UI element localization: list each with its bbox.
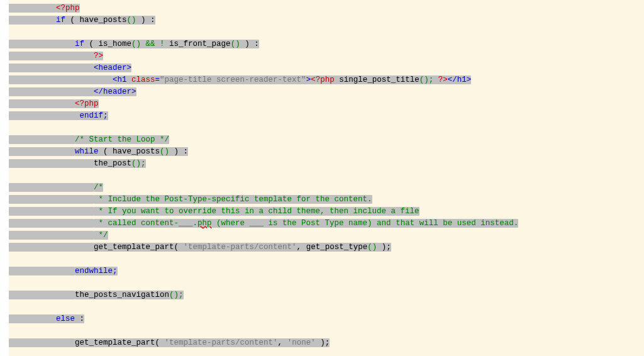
indent (9, 111, 80, 120)
indent (9, 291, 75, 299)
string: 'template-parts/content' (165, 338, 278, 347)
code-line: * If you want to override this in a chil… (9, 206, 644, 218)
spell-warning: php (197, 219, 212, 228)
paren: ( (99, 147, 113, 156)
paren: ) : (240, 40, 259, 48)
indent (9, 243, 94, 252)
fn-single-post-title: single_post_title (339, 75, 419, 84)
code-line: /* Start the Loop */ (9, 134, 644, 146)
call: () (231, 40, 240, 48)
code-line (9, 26, 644, 38)
indent (9, 99, 75, 108)
code-line (9, 122, 644, 134)
indent (9, 87, 94, 96)
indent (9, 64, 94, 72)
indent (9, 314, 56, 323)
fn-the-post: the_post (94, 159, 131, 168)
paren: ) : (136, 16, 155, 25)
paren: ( (65, 16, 80, 25)
code-line: while ( have_posts() ) : (9, 146, 644, 158)
keyword-if: if (56, 16, 65, 25)
comment: (where ___ is the Post Type name) and th… (212, 219, 519, 228)
fn-have-posts: have_posts (80, 16, 127, 25)
code-line: if ( have_posts() ) : (9, 14, 644, 26)
code-line: ?> (9, 50, 644, 62)
keyword-endif: endif; (80, 111, 108, 120)
indent (9, 16, 56, 25)
code-line: */ (9, 230, 644, 242)
indent (9, 195, 94, 204)
attr-class: class (131, 75, 155, 84)
paren: ); (316, 338, 330, 347)
code-line (9, 277, 644, 289)
paren: ); (377, 243, 391, 252)
fn-get-template-part: get_template_part (94, 243, 174, 252)
code-line: * Include the Post-Type-specific templat… (9, 194, 644, 206)
paren: ( (155, 338, 165, 347)
code-line: * called content-___.php (where ___ is t… (9, 218, 644, 230)
code-line (9, 301, 644, 313)
eq: = (155, 75, 160, 84)
call: (); (419, 75, 434, 84)
comment: /* Start the Loop */ (75, 135, 169, 144)
indent (9, 159, 94, 168)
code-line: if ( is_home() && ! is_front_page() ) : (9, 38, 644, 50)
indent (9, 147, 75, 156)
attr-value: "page-title screen-reader-text" (160, 75, 306, 84)
tag-h1-open: <h1 (113, 75, 131, 84)
code-line: the_post(); (9, 158, 644, 170)
indent (9, 40, 75, 48)
comment: /* (94, 183, 103, 192)
fn-have-posts: have_posts (113, 147, 160, 156)
keyword-endwhile: endwhile; (75, 267, 118, 275)
indent (9, 207, 94, 216)
fn-is-front-page: is_front_page (169, 40, 231, 48)
paren: ( (84, 40, 99, 48)
code-line (9, 325, 644, 337)
code-line: <h1 class="page-title screen-reader-text… (9, 74, 644, 86)
fn-the-posts-navigation: the_posts_navigation (75, 291, 169, 299)
keyword-if: if (75, 40, 84, 48)
code-line: <?php (9, 98, 644, 110)
code-editor[interactable]: <?php if ( have_posts() ) : if ( is_home… (0, 0, 644, 356)
fn-is-home: is_home (99, 40, 132, 48)
code-line (9, 349, 644, 356)
php-close-tag: ?> (438, 75, 448, 84)
code-line: endwhile; (9, 265, 644, 277)
call: () (127, 16, 136, 25)
comment: */ (94, 231, 108, 240)
indent (9, 52, 94, 60)
indent (9, 267, 75, 275)
keyword-while: while (75, 147, 99, 156)
comma: , (297, 243, 306, 252)
call: () (131, 40, 141, 48)
tag-header-close: </header> (94, 87, 136, 96)
indent (9, 231, 94, 240)
string: 'none' (287, 338, 316, 347)
indent (9, 75, 113, 84)
call: () (367, 243, 377, 252)
comment: * called content-___. (94, 219, 197, 228)
tag-close: > (306, 75, 311, 84)
tag-header-open: <header> (94, 64, 131, 72)
keyword-else: else (56, 314, 75, 323)
comment: * If you want to override this in a chil… (94, 207, 419, 216)
paren: ) : (169, 147, 188, 156)
call: (); (131, 159, 146, 168)
gutter (0, 0, 9, 356)
operator-and-not: && ! (141, 40, 169, 48)
comma: , (278, 338, 287, 347)
colon: : (75, 314, 84, 323)
fn-get-post-type: get_post_type (306, 243, 368, 252)
string: 'template-parts/content' (184, 243, 297, 252)
code-line: <header> (9, 62, 644, 74)
call: () (160, 147, 169, 156)
comment: * Include the Post-Type-specific templat… (94, 195, 372, 204)
code-line: get_template_part( 'template-parts/conte… (9, 242, 644, 253)
tag-h1-close: </h1> (448, 75, 472, 84)
indent (9, 338, 75, 347)
code-line (9, 253, 644, 265)
code-area[interactable]: <?php if ( have_posts() ) : if ( is_home… (9, 0, 644, 356)
space (433, 75, 438, 84)
php-open-tag: <?php (75, 99, 99, 108)
